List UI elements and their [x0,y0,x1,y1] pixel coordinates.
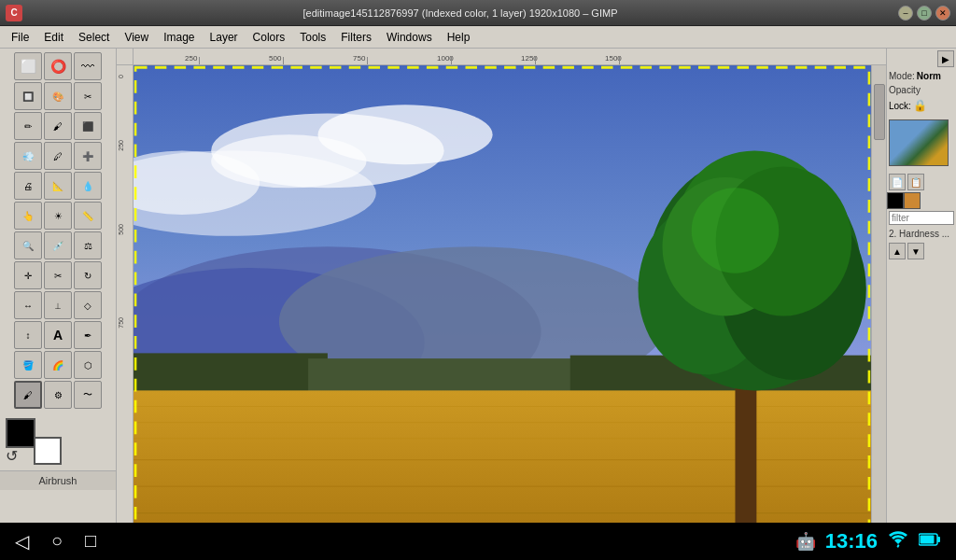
home-button[interactable]: ○ [51,530,63,553]
maximize-button[interactable]: □ [917,6,932,21]
filter-row [887,209,956,227]
tool-eraser[interactable]: ⬛ [74,112,102,140]
vertical-scrollbar[interactable] [871,65,886,545]
tool-ellipse-select[interactable]: ⭕ [44,52,72,80]
app-logo: C [6,5,22,21]
tool-move[interactable]: ✛ [14,261,42,289]
menu-image[interactable]: Image [156,29,202,46]
android-icon: 🤖 [795,531,816,552]
svg-point-27 [692,188,780,273]
lock-row: Lock: 🔒 [887,97,956,114]
tool-scissors[interactable]: ✂ [74,82,102,110]
ruler-vmark-250: 250 [118,140,124,151]
image-canvas[interactable] [134,65,871,545]
scroll-up-icon[interactable]: ▲ [889,243,906,259]
menu-help[interactable]: Help [440,29,478,46]
ruler-mark-750: 750 [353,54,365,63]
hardness-entry: 2. Hardness ... [887,227,956,241]
foreground-color-swatch[interactable] [6,418,35,448]
tool-row-5: 🖨 📐 💧 [4,172,112,200]
tool-crop[interactable]: ✂ [44,261,72,289]
color-selector: ↺ [0,413,116,470]
tool-perspective[interactable]: ◇ [74,291,102,319]
layers-buttons: 📄 📋 [887,172,956,192]
menu-tools[interactable]: Tools [292,29,333,46]
right-panel: ▶ Mode: Norm Opacity Lock: 🔒 📄 📋 [886,49,956,560]
reset-colors-icon[interactable]: ↺ [6,447,18,465]
tool-paintbrush[interactable]: 🖌 [44,112,72,140]
tool-row-3: ✏ 🖌 ⬛ [4,112,112,140]
swatch-row [887,192,956,209]
tool-row-2: 🔲 🎨 ✂ [4,82,112,110]
tool-row-10: ↕ A ✒ [4,321,112,349]
tool-blur[interactable]: 💧 [74,172,102,200]
tool-row-7: 🔍 💉 ⚖ [4,231,112,259]
tool-cage[interactable]: ⬡ [74,351,102,379]
tool-clone[interactable]: 🖨 [14,172,42,200]
tool-inkpen[interactable]: 🖊 [44,142,72,170]
tool-text[interactable]: A [44,321,72,349]
tool-align[interactable]: ⚖ [74,231,102,259]
ruler-mark-500: 500 [269,54,281,63]
tool-script-fu[interactable]: ⚙ [44,381,72,409]
tool-zoom[interactable]: 🔍 [14,231,42,259]
panel-icon-1[interactable]: ▶ [937,50,954,67]
menu-windows[interactable]: Windows [379,29,440,46]
tool-airbrush-active[interactable]: 🖌 [14,381,42,409]
minimize-button[interactable]: – [898,6,913,21]
menu-file[interactable]: File [4,29,36,46]
tool-scale[interactable]: ↔ [14,291,42,319]
tool-pencil[interactable]: ✏ [14,112,42,140]
vertical-scroll-thumb[interactable] [874,84,885,140]
tool-paths[interactable]: ✒ [74,321,102,349]
recents-button[interactable]: □ [85,530,96,553]
tool-blend[interactable]: 🌈 [44,351,72,379]
tool-dodge-burn[interactable]: ☀ [44,202,72,230]
filter-input[interactable] [889,211,954,225]
tool-fuzzy-select[interactable]: 🔲 [14,82,42,110]
tool-color-picker[interactable]: 💉 [44,231,72,259]
menu-layer[interactable]: Layer [203,29,246,46]
scroll-down-icon[interactable]: ▼ [907,243,924,259]
tool-heal[interactable]: ➕ [74,142,102,170]
tool-shear[interactable]: ⟂ [44,291,72,319]
svg-rect-10 [134,353,328,396]
lock-icon[interactable]: 🔒 [913,99,927,112]
ruler-mark-250: 250 [185,54,197,63]
tool-free-select[interactable]: 〰 [74,52,102,80]
tool-warp[interactable]: 〜 [74,381,102,409]
svg-rect-30 [937,537,940,542]
tool-row-6: 👆 ☀ 📏 [4,202,112,230]
ruler-horizontal: 250 500 750 1000 1250 1500 [134,49,886,65]
layers-panel-button[interactable]: 📋 [907,174,924,190]
menu-edit[interactable]: Edit [36,29,71,46]
battery-icon [919,533,941,550]
ruler-vertical: 0 250 500 750 [117,65,134,543]
close-button[interactable]: ✕ [935,6,950,21]
new-layer-button[interactable]: 📄 [889,174,906,190]
layer-thumbnail[interactable] [889,119,949,166]
background-color-swatch[interactable] [34,437,62,465]
canvas-container[interactable]: 250 500 750 1000 1250 1500 0 250 500 750 [117,49,886,560]
menu-view[interactable]: View [117,29,156,46]
menu-colors[interactable]: Colors [246,29,293,46]
swatch-orange[interactable] [904,192,921,209]
tool-airbrush[interactable]: 💨 [14,142,42,170]
tool-bucket-fill[interactable]: 🪣 [14,351,42,379]
menu-select[interactable]: Select [71,29,117,46]
tool-perspective-clone[interactable]: 📐 [44,172,72,200]
swatch-black[interactable] [887,192,904,209]
tool-measure[interactable]: 📏 [74,202,102,230]
svg-rect-31 [921,536,935,544]
tool-flip[interactable]: ↕ [14,321,42,349]
mode-row: Mode: Norm [887,69,956,83]
tool-color-select[interactable]: 🎨 [44,82,72,110]
back-button[interactable]: ◁ [15,530,29,553]
menu-filters[interactable]: Filters [333,29,379,46]
tool-rect-select[interactable]: ⬜ [14,52,42,80]
tool-smudge[interactable]: 👆 [14,202,42,230]
tool-rotate[interactable]: ↻ [74,261,102,289]
wifi-icon [887,531,909,553]
tool-row-11: 🪣 🌈 ⬡ [4,351,112,379]
ruler-vmark-500: 500 [118,224,124,235]
